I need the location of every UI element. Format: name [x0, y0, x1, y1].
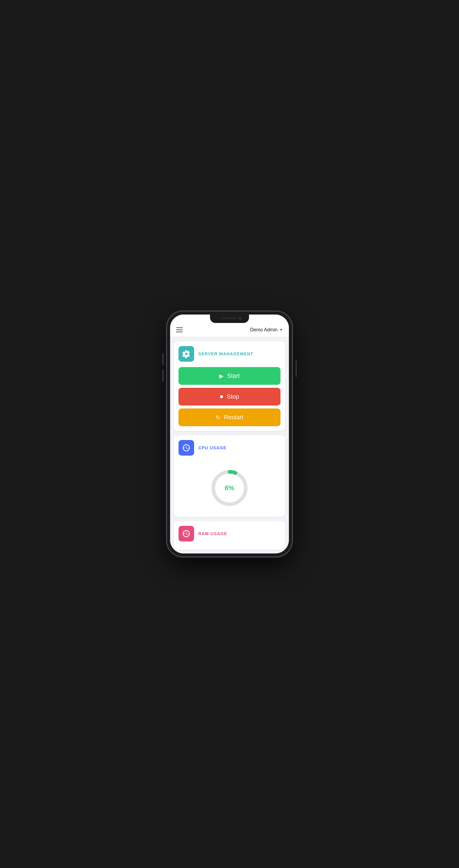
stop-button[interactable]: ■ Stop: [178, 388, 281, 405]
volume-down-button[interactable]: [162, 369, 164, 381]
server-management-icon: [178, 346, 194, 362]
server-management-header: SERVER MANAGEMENT: [178, 346, 281, 362]
notch: [210, 314, 249, 323]
user-label: Demo Admin: [250, 327, 278, 333]
dropdown-arrow-icon: ▼: [279, 328, 283, 332]
play-icon: ▶: [219, 373, 224, 379]
server-management-card: SERVER MANAGEMENT ▶ Start ■ Stop ↻: [174, 341, 285, 431]
ram-speedometer-icon: [182, 529, 191, 538]
user-dropdown[interactable]: Demo Admin ▼: [250, 327, 283, 333]
volume-up-button[interactable]: [162, 353, 164, 365]
phone-screen: Demo Admin ▼ SERVER MANAGEMEN: [170, 314, 289, 554]
cpu-usage-title: CPU USAGE: [198, 445, 227, 450]
phone-frame: Demo Admin ▼ SERVER MANAGEMEN: [166, 311, 293, 557]
stop-icon: ■: [220, 394, 223, 400]
cpu-usage-icon: [178, 440, 194, 456]
cpu-donut-chart: 6%: [208, 467, 251, 509]
restart-icon: ↻: [216, 414, 220, 421]
ram-usage-title: RAM USAGE: [198, 531, 227, 536]
cpu-donut-container: 6%: [178, 461, 281, 512]
speedometer-icon: [182, 444, 191, 452]
ram-usage-header: RAM USAGE: [178, 526, 281, 541]
restart-button[interactable]: ↻ Restart: [178, 408, 281, 426]
notch-camera: [239, 317, 242, 320]
power-button[interactable]: [295, 361, 297, 377]
server-management-title: SERVER MANAGEMENT: [198, 351, 254, 356]
cpu-usage-card: CPU USAGE 6%: [174, 435, 285, 517]
donut-center: 6%: [225, 484, 234, 492]
cpu-percent-value: 6%: [225, 484, 234, 492]
start-label: Start: [227, 372, 240, 379]
start-button[interactable]: ▶ Start: [178, 367, 281, 385]
ram-usage-card-partial: RAM USAGE: [174, 521, 285, 550]
restart-label: Restart: [224, 414, 243, 421]
ram-usage-icon: [178, 526, 194, 541]
gear-icon: [182, 350, 191, 358]
main-content: SERVER MANAGEMENT ▶ Start ■ Stop ↻: [170, 337, 289, 554]
stop-label: Stop: [227, 393, 239, 400]
hamburger-menu-button[interactable]: [176, 328, 183, 332]
notch-speaker: [222, 317, 237, 319]
cpu-usage-header: CPU USAGE: [178, 440, 281, 456]
screen-content: Demo Admin ▼ SERVER MANAGEMEN: [170, 314, 289, 554]
